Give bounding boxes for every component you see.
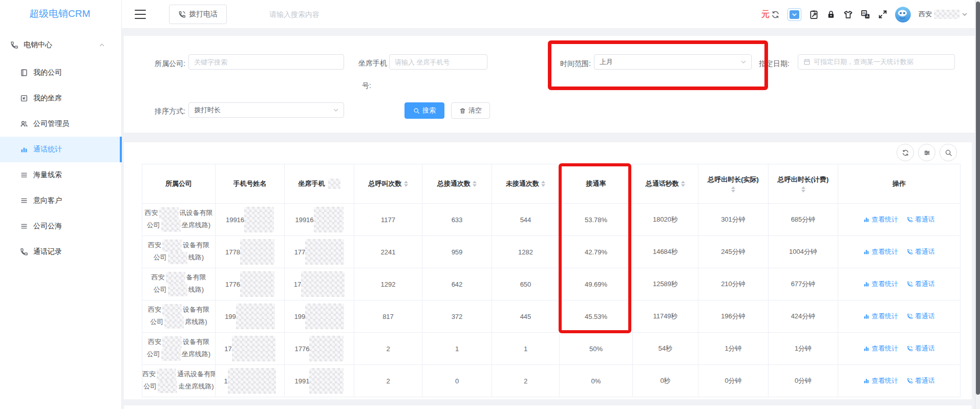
view-call-link[interactable]: 看通话 (907, 215, 935, 224)
phone-name-cell: 19916 (216, 204, 285, 236)
company-cell: 西安设备有限 公司坐席线路) (142, 333, 216, 365)
column-header-total-seconds[interactable]: 总通话秒数 (633, 164, 698, 204)
connect-rate-cell: 50% (560, 333, 633, 365)
view-call-link[interactable]: 看通话 (907, 312, 935, 321)
topbar: 拨打电话 元 中A 西安 (122, 0, 980, 29)
view-stats-link[interactable]: 查看统计 (863, 344, 898, 353)
refresh-icon[interactable] (897, 144, 914, 161)
column-header-connected[interactable]: 总接通次数 (422, 164, 492, 204)
agent-phone-label-line2: 号: (351, 80, 382, 91)
balance-refresh[interactable]: 元 (761, 9, 780, 20)
sidebar-item-my-company[interactable]: 我的公司 (0, 60, 122, 85)
sort-caret-icon[interactable] (473, 181, 477, 187)
list-icon (20, 222, 28, 230)
sidebar-item-call-records[interactable]: 通话记录 (0, 239, 122, 265)
time-range-value: 上月 (600, 57, 613, 67)
view-call-link[interactable]: 看通话 (907, 279, 935, 289)
date-filter-input[interactable]: 可指定日期，查询某一天统计数据 (798, 54, 955, 70)
sort-caret-icon[interactable] (801, 186, 805, 192)
view-stats-link[interactable]: 查看统计 (863, 376, 898, 385)
redacted-text (161, 220, 181, 232)
phone-wave-icon (907, 346, 913, 352)
collapse-toggle-button[interactable] (787, 8, 801, 21)
outbound-actual-cell: 196分钟 (698, 300, 769, 333)
view-call-link[interactable]: 看通话 (907, 376, 935, 385)
fullscreen-icon[interactable] (878, 10, 887, 19)
actions-cell: 查看统计 看通话 (838, 204, 961, 236)
table-row: 西安备有限 公司线路) 1776 17 1292 642 650 49.69% … (142, 268, 961, 300)
company-filter-label: 所属公司: (151, 58, 185, 69)
user-menu[interactable]: 西安 (919, 10, 968, 19)
book-icon (20, 69, 28, 77)
sidebar-item-mass-leads[interactable]: 海量线索 (0, 162, 122, 188)
phone-icon (10, 41, 18, 49)
column-header-total-calls[interactable]: 总呼叫次数 (354, 164, 422, 204)
clipboard-wrench-icon[interactable] (809, 10, 819, 19)
sidebar-item-call-statistics[interactable]: 通话统计 (0, 137, 122, 162)
calendar-icon (803, 58, 811, 66)
chevron-down-icon (790, 10, 799, 19)
hamburger-menu-icon[interactable] (135, 10, 146, 19)
sort-caret-icon[interactable] (404, 181, 408, 187)
avatar[interactable] (895, 7, 911, 23)
phone-icon (20, 248, 28, 256)
clear-button[interactable]: 清空 (451, 102, 490, 119)
column-header-outbound-actual[interactable]: 总呼出时长(实际) (698, 164, 769, 204)
sidebar-item-label: 通话记录 (33, 247, 62, 256)
sidebar-item-my-agents[interactable]: 我的坐席 (0, 85, 122, 111)
view-call-link[interactable]: 看通话 (907, 344, 935, 353)
scrollbar-thumb[interactable] (976, 2, 980, 395)
outbound-actual-cell: 245分钟 (698, 236, 769, 268)
sidebar-item-label: 我的公司 (33, 68, 62, 77)
total-seconds-cell: 11749秒 (633, 300, 698, 333)
redacted-text (244, 207, 274, 232)
sidebar-item-label: 海量线索 (33, 170, 62, 180)
phone-wave-icon (907, 378, 913, 384)
phone-name-cell: 17 (216, 333, 285, 365)
sidebar-group-telemarketing-center[interactable]: 电销中心 (0, 34, 122, 56)
svg-text:A: A (866, 14, 868, 18)
connect-rate-cell: 49.69% (560, 268, 633, 300)
column-header-missed[interactable]: 未接通次数 (492, 164, 560, 204)
bar-chart-icon (863, 249, 869, 255)
agent-phone-cell: 1776 (285, 333, 354, 365)
sidebar-item-company-pool[interactable]: 公司公海 (0, 213, 122, 239)
tshirt-icon[interactable] (843, 10, 853, 19)
sidebar-item-company-admin[interactable]: 公司管理员 (0, 111, 122, 137)
view-call-link[interactable]: 看通话 (907, 247, 935, 256)
redacted-text (228, 368, 276, 394)
outbound-actual-cell: 210分钟 (698, 268, 769, 300)
search-button[interactable]: 搜索 (404, 102, 444, 119)
scrollbar-track[interactable] (975, 0, 980, 409)
global-search-input[interactable] (269, 7, 387, 21)
view-stats-link[interactable]: 查看统计 (863, 215, 898, 224)
view-stats-link[interactable]: 查看统计 (863, 312, 898, 321)
view-stats-link[interactable]: 查看统计 (863, 279, 898, 289)
filter-lines-icon[interactable] (918, 144, 935, 161)
agent-phone-input[interactable] (389, 54, 487, 70)
sidebar-item-intent-customers[interactable]: 意向客户 (0, 188, 122, 213)
missed-cell: 1 (492, 333, 560, 365)
total-seconds-cell: 14684秒 (633, 236, 698, 268)
company-filter-input[interactable] (188, 54, 344, 70)
sort-select[interactable]: 拨打时长 (188, 102, 344, 118)
column-header-outbound-billed[interactable]: 总呼出时长(计费) (769, 164, 838, 204)
table-row: 西安设备有限 公司坐席线路) 17 1776 2 1 1 50% 54秒 1分钟… (142, 333, 961, 365)
lock-icon[interactable] (826, 10, 836, 19)
refresh-icon[interactable] (771, 10, 780, 19)
outbound-billed-cell: 1分钟 (769, 333, 838, 365)
connect-rate-cell: 53.78% (560, 204, 633, 236)
view-stats-link[interactable]: 查看统计 (863, 247, 898, 256)
actions-cell: 查看统计 看通话 (838, 300, 961, 333)
sort-caret-icon[interactable] (681, 181, 685, 187)
time-range-select[interactable]: 上月 (594, 54, 752, 70)
search-icon[interactable] (940, 144, 957, 161)
dial-phone-button[interactable]: 拨打电话 (169, 5, 227, 24)
sort-caret-icon[interactable] (731, 186, 735, 192)
redacted-text (161, 349, 181, 361)
table-row: 西安设备有限 公司席线路) 199 199 817 372 445 45.53%… (142, 300, 961, 333)
translate-icon[interactable]: 中A (861, 10, 870, 19)
total-seconds-cell: 0秒 (633, 365, 698, 397)
sort-caret-icon[interactable] (541, 181, 545, 187)
outbound-actual-cell: 1分钟 (698, 333, 769, 365)
